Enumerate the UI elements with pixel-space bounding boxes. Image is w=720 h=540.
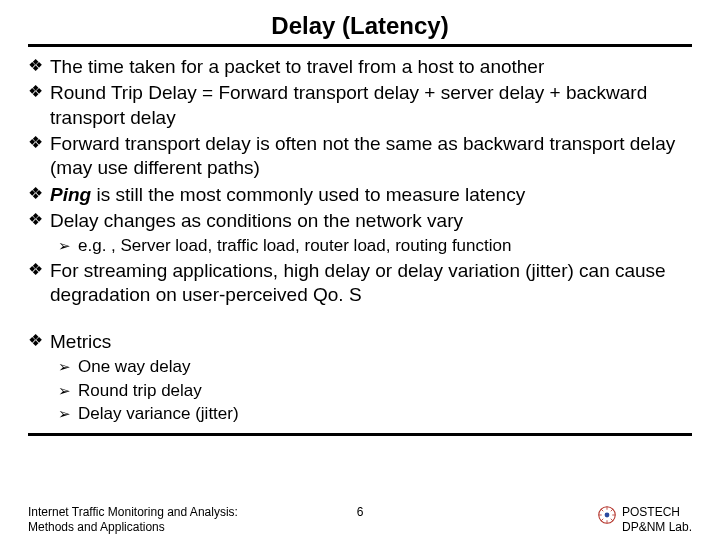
diamond-bullet-icon: ❖ xyxy=(28,55,43,79)
sub-bullet-text: Round trip delay xyxy=(78,380,692,402)
bullet-item: ❖ Forward transport delay is often not t… xyxy=(28,132,692,181)
bullet-item: ❖ Round Trip Delay = Forward transport d… xyxy=(28,81,692,130)
diamond-bullet-icon: ❖ xyxy=(28,259,43,308)
arrow-bullet-icon: ➢ xyxy=(58,235,71,257)
bullet-item: ❖ Ping is still the most commonly used t… xyxy=(28,183,692,207)
sub-bullet-text: Delay variance (jitter) xyxy=(78,403,692,425)
ping-term: Ping xyxy=(50,184,91,205)
sub-bullet-text: One way delay xyxy=(78,356,692,378)
footer-left-line1: Internet Traffic Monitoring and Analysis… xyxy=(28,505,330,519)
slide: Delay (Latency) ❖ The time taken for a p… xyxy=(0,0,720,540)
bullet-text: Delay changes as conditions on the netwo… xyxy=(50,209,692,233)
svg-line-6 xyxy=(601,509,603,511)
footer: Internet Traffic Monitoring and Analysis… xyxy=(0,505,720,534)
bullet-item: ❖ For streaming applications, high delay… xyxy=(28,259,692,308)
svg-line-9 xyxy=(601,519,603,521)
vertical-spacer xyxy=(28,310,692,328)
bullet-text: Ping is still the most commonly used to … xyxy=(50,183,692,207)
sub-bullet-item: ➢ Round trip delay xyxy=(58,380,692,402)
slide-content: ❖ The time taken for a packet to travel … xyxy=(28,55,692,436)
footer-right-line1: POSTECH xyxy=(622,505,692,519)
bullet-text: The time taken for a packet to travel fr… xyxy=(50,55,692,79)
svg-line-8 xyxy=(611,509,613,511)
diamond-bullet-icon: ❖ xyxy=(28,81,43,130)
bullet-item: ❖ Metrics xyxy=(28,330,692,354)
sub-bullet-item: ➢ One way delay xyxy=(58,356,692,378)
footer-left: Internet Traffic Monitoring and Analysis… xyxy=(28,505,330,534)
footer-right: POSTECH DP&NM Lab. xyxy=(390,505,692,534)
bullet-text: Round Trip Delay = Forward transport del… xyxy=(50,81,692,130)
sub-bullet-item: ➢ e.g. , Server load, traffic load, rout… xyxy=(58,235,692,257)
diamond-bullet-icon: ❖ xyxy=(28,330,43,354)
arrow-bullet-icon: ➢ xyxy=(58,380,71,402)
sub-bullet-text: e.g. , Server load, traffic load, router… xyxy=(78,235,692,257)
diamond-bullet-icon: ❖ xyxy=(28,209,43,233)
bullet-item: ❖ The time taken for a packet to travel … xyxy=(28,55,692,79)
postech-logo-icon xyxy=(598,506,616,524)
svg-line-7 xyxy=(611,519,613,521)
footer-right-line2: DP&NM Lab. xyxy=(622,520,692,534)
bullet-text: Metrics xyxy=(50,330,692,354)
bullet-text-rest: is still the most commonly used to measu… xyxy=(91,184,525,205)
sub-bullet-item: ➢ Delay variance (jitter) xyxy=(58,403,692,425)
bullet-item: ❖ Delay changes as conditions on the net… xyxy=(28,209,692,233)
footer-right-text: POSTECH DP&NM Lab. xyxy=(622,505,692,534)
bullet-text: Forward transport delay is often not the… xyxy=(50,132,692,181)
arrow-bullet-icon: ➢ xyxy=(58,403,71,425)
slide-title: Delay (Latency) xyxy=(28,12,692,40)
top-rule xyxy=(28,44,692,47)
bullet-text: For streaming applications, high delay o… xyxy=(50,259,692,308)
arrow-bullet-icon: ➢ xyxy=(58,356,71,378)
diamond-bullet-icon: ❖ xyxy=(28,132,43,181)
diamond-bullet-icon: ❖ xyxy=(28,183,43,207)
footer-left-line2: Methods and Applications xyxy=(28,520,330,534)
svg-point-1 xyxy=(605,513,610,518)
bottom-rule xyxy=(28,433,692,436)
page-number: 6 xyxy=(330,505,390,519)
